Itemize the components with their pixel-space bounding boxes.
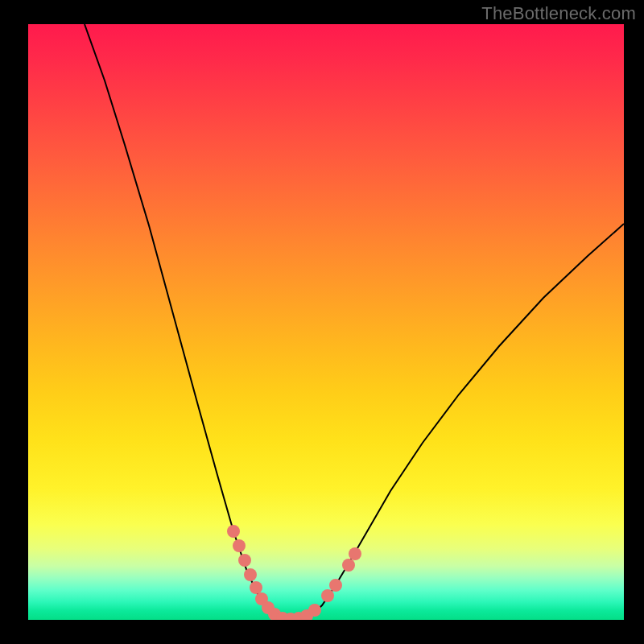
data-marker [244,568,257,581]
chart-frame: TheBottleneck.com [0,0,644,644]
data-marker [227,525,240,538]
data-marker [321,589,334,602]
data-marker [238,554,251,567]
marker-group [227,525,361,620]
data-marker [250,581,262,594]
curve-right [290,224,624,620]
data-marker [342,559,355,572]
bottleneck-curve-svg [28,24,624,620]
curve-left [85,24,290,620]
data-marker [329,579,342,592]
data-marker [349,547,361,560]
data-marker [233,539,246,552]
data-marker [308,604,321,617]
plot-area [28,24,624,620]
watermark-text: TheBottleneck.com [481,3,636,24]
